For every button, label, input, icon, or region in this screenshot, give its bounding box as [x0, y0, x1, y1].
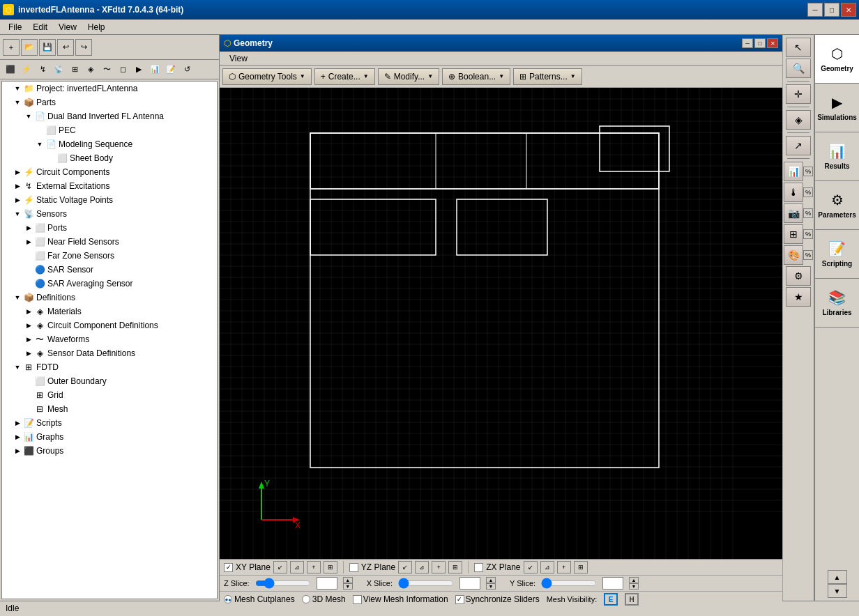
simulations-panel-button[interactable]: ▶ Simulations — [815, 84, 859, 132]
tree-far-zone[interactable]: ⬜ Far Zone Sensors — [2, 249, 217, 263]
geo-close[interactable]: ✕ — [767, 38, 778, 48]
scripting-panel-button[interactable]: 📝 Scripting — [815, 230, 859, 279]
menu-file[interactable]: File — [3, 21, 27, 33]
tree-external-excitations[interactable]: ▶ ↯ External Excitations — [2, 179, 217, 193]
mesh-vis-h-button[interactable]: H — [625, 593, 639, 606]
3d-view-button[interactable]: ◈ — [786, 110, 811, 130]
temp-button[interactable]: 🌡 — [784, 183, 803, 202]
tree-sheet-body[interactable]: ⬜ Sheet Body — [2, 151, 217, 165]
icon-refresh[interactable]: ↺ — [179, 62, 195, 77]
xy-btn1[interactable]: ↙ — [273, 561, 287, 573]
mesh-cutplanes-radio-label[interactable]: ● Mesh Cutplanes — [224, 594, 295, 604]
z-spin-up[interactable]: ▲ — [343, 577, 353, 583]
tree-materials[interactable]: ▶ ◈ Materials — [2, 305, 217, 318]
open-button[interactable]: 📂 — [21, 39, 38, 56]
tree-pec[interactable]: ⬜ PEC — [2, 123, 217, 137]
close-button[interactable]: ✕ — [841, 3, 856, 17]
geo-minimize[interactable]: ─ — [742, 38, 753, 48]
geo-maximize[interactable]: □ — [754, 38, 766, 48]
xy-btn2[interactable]: ⊿ — [290, 561, 304, 573]
color-button[interactable]: 🎨 — [784, 245, 803, 265]
tree-graphs[interactable]: ▶ 📊 Graphs — [2, 430, 217, 444]
tree-mesh[interactable]: ⊟ Mesh — [2, 402, 217, 416]
yz-btn3[interactable]: + — [432, 561, 446, 573]
undo-button[interactable]: ↩ — [57, 39, 74, 56]
minimize-button[interactable]: ─ — [807, 3, 823, 17]
yz-btn4[interactable]: ⊞ — [448, 561, 462, 573]
z-slice-slider[interactable] — [255, 578, 311, 589]
nav-down-button[interactable]: ▼ — [828, 584, 847, 598]
sync-sliders-checkbox[interactable]: ✓ — [455, 595, 464, 604]
tree-ports[interactable]: ▶ ⬜ Ports — [2, 221, 217, 235]
zx-btn3[interactable]: + — [557, 561, 571, 573]
menu-view[interactable]: View — [53, 21, 82, 33]
tree-definitions[interactable]: ▼ 📦 Definitions — [2, 291, 217, 305]
tree-sensor-data-defs[interactable]: ▶ ◈ Sensor Data Definitions — [2, 346, 217, 360]
x-slice-slider[interactable] — [398, 578, 454, 589]
yz-btn2[interactable]: ⊿ — [415, 561, 429, 573]
icon-script[interactable]: 📝 — [163, 62, 178, 77]
geo-view-menu[interactable]: View — [224, 52, 253, 65]
patterns-button[interactable]: ⊞ Patterns... ▼ — [513, 68, 582, 85]
xy-btn4[interactable]: ⊞ — [324, 561, 337, 573]
icon-waveform[interactable]: 〜 — [99, 62, 114, 77]
libraries-panel-button[interactable]: 📚 Libraries — [815, 279, 859, 328]
tree-project[interactable]: ▼ 📁 Project: invertedFLAntenna — [2, 82, 217, 95]
icon-fdtd[interactable]: ◻ — [115, 62, 130, 77]
tree-grid[interactable]: ⊞ Grid — [2, 388, 217, 402]
mesh-3d-radio-label[interactable]: 3D Mesh — [302, 594, 346, 604]
geometry-tools-button[interactable]: ⬡ Geometry Tools ▼ — [222, 68, 312, 85]
photo-button[interactable]: 📷 — [784, 203, 803, 223]
z-slice-value[interactable]: 20 — [317, 577, 337, 590]
boolean-button[interactable]: ⊕ Boolean... ▼ — [442, 68, 510, 85]
cursor-tool-button[interactable]: ↗ — [786, 136, 811, 155]
xy-plane-checkbox[interactable]: ✓ — [224, 563, 233, 572]
menu-help[interactable]: Help — [82, 21, 111, 33]
create-button[interactable]: + Create... ▼ — [314, 68, 375, 85]
maximize-button[interactable]: □ — [824, 3, 839, 17]
tree-dual-band[interactable]: ▼ 📄 Dual Band Inverted FL Antenna — [2, 109, 217, 123]
mesh-cutplanes-radio[interactable]: ● — [224, 595, 232, 603]
icon-excitation[interactable]: ↯ — [35, 62, 50, 77]
tree-groups[interactable]: ▶ ⬛ Groups — [2, 444, 217, 458]
zoom-in-button[interactable]: 🔍 — [786, 59, 811, 78]
results-panel-button[interactable]: 📊 Results — [815, 132, 859, 181]
tree-modeling-seq[interactable]: ▼ 📄 Modeling Sequence — [2, 137, 217, 151]
tree-outer-boundary[interactable]: ⬜ Outer Boundary — [2, 374, 217, 388]
icon-results[interactable]: 📊 — [147, 62, 162, 77]
icon-parts[interactable]: ⬛ — [3, 62, 18, 77]
tree-fdtd[interactable]: ▼ ⊞ FDTD — [2, 360, 217, 374]
new-button[interactable]: + — [3, 39, 20, 56]
icon-material[interactable]: ◈ — [83, 62, 98, 77]
x-spin-up[interactable]: ▲ — [486, 577, 496, 583]
tree-sensors[interactable]: ▼ 📡 Sensors — [2, 207, 217, 221]
tree-sar-averaging[interactable]: 🔵 SAR Averaging Sensor — [2, 277, 217, 291]
y-slice-value[interactable]: 0 — [602, 577, 623, 590]
zx-btn2[interactable]: ⊿ — [540, 561, 554, 573]
icon-sensor[interactable]: 📡 — [51, 62, 66, 77]
nav-up-button[interactable]: ▲ — [828, 570, 847, 584]
y-slice-slider[interactable] — [541, 578, 597, 589]
tree-waveforms[interactable]: ▶ 〜 Waveforms — [2, 332, 217, 346]
menu-edit[interactable]: Edit — [27, 21, 53, 33]
mesh-vis-e-button[interactable]: E — [604, 593, 618, 606]
view-mesh-info-label[interactable]: View Mesh Information — [353, 594, 448, 604]
icon-simulate[interactable]: ▶ — [131, 62, 146, 77]
select-tool-button[interactable]: ↖ — [786, 38, 811, 57]
zx-btn4[interactable]: ⊞ — [574, 561, 588, 573]
mesh-3d-radio[interactable] — [302, 595, 310, 603]
star-button[interactable]: ★ — [786, 287, 811, 307]
x-slice-value[interactable]: 0 — [459, 577, 480, 590]
view-mesh-info-checkbox[interactable] — [353, 595, 362, 604]
modify-button[interactable]: ✎ Modify... ▼ — [378, 68, 439, 85]
yz-plane-checkbox[interactable] — [349, 563, 358, 572]
canvas-area[interactable]: Y X — [220, 88, 782, 559]
tree-static-voltage[interactable]: ▶ ⚡ Static Voltage Points — [2, 193, 217, 207]
tree-parts[interactable]: ▼ 📦 Parts — [2, 95, 217, 109]
parameters-panel-button[interactable]: ⚙ Parameters — [815, 181, 859, 230]
tree-near-field[interactable]: ▶ ⬜ Near Field Sensors — [2, 235, 217, 249]
bar-chart-button[interactable]: 📊 — [784, 162, 803, 181]
tree-scripts[interactable]: ▶ 📝 Scripts — [2, 416, 217, 430]
zx-plane-checkbox[interactable] — [474, 563, 483, 572]
geometry-panel-button[interactable]: ⬡ Geometry — [815, 35, 859, 84]
